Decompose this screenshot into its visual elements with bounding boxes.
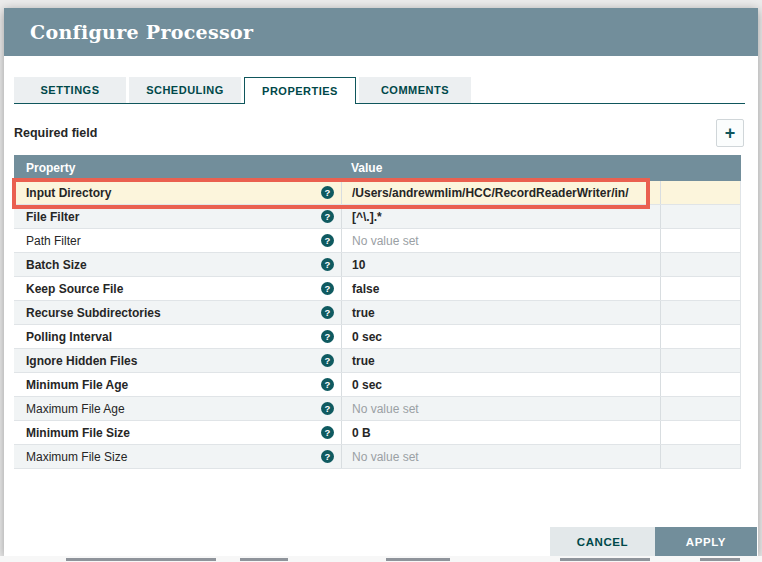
help-icon[interactable]: ? — [321, 234, 334, 247]
row-extra-cell — [660, 253, 741, 276]
property-value[interactable]: [^\.].* — [341, 205, 660, 228]
property-value[interactable]: true — [341, 349, 660, 372]
property-row: Ignore Hidden Files?true — [14, 349, 741, 373]
property-value[interactable]: false — [341, 277, 660, 300]
tab-bar: SETTINGSSCHEDULINGPROPERTIESCOMMENTS — [14, 77, 745, 104]
help-icon[interactable]: ? — [321, 282, 334, 295]
property-row: File Filter?[^\.].* — [14, 205, 741, 229]
property-name: Ignore Hidden Files — [26, 354, 137, 368]
property-name: Maximum File Size — [26, 450, 127, 464]
property-cell: Recurse Subdirectories? — [14, 301, 341, 324]
help-icon[interactable]: ? — [321, 330, 334, 343]
row-extra-cell — [660, 349, 741, 372]
property-row: Maximum File Size?No value set — [14, 445, 741, 469]
property-row: Recurse Subdirectories?true — [14, 301, 741, 325]
property-name: File Filter — [26, 210, 79, 224]
cancel-button[interactable]: CANCEL — [550, 527, 655, 556]
property-row: Batch Size?10 — [14, 253, 741, 277]
property-cell: Maximum File Age? — [14, 397, 341, 420]
help-icon[interactable]: ? — [321, 402, 334, 415]
row-extra-cell — [660, 397, 741, 420]
property-name: Maximum File Age — [26, 402, 125, 416]
table-body: Input Directory?/Users/andrewmlim/HCC/Re… — [14, 181, 741, 469]
property-name: Path Filter — [26, 234, 81, 248]
property-value[interactable]: No value set — [341, 229, 660, 252]
row-extra-cell — [660, 181, 741, 204]
tab-properties[interactable]: PROPERTIES — [244, 77, 356, 104]
property-row: Minimum File Size?0 B — [14, 421, 741, 445]
property-row: Maximum File Age?No value set — [14, 397, 741, 421]
table-header-row: Property Value — [14, 155, 741, 181]
help-icon[interactable]: ? — [321, 426, 334, 439]
dialog-header: Configure Processor — [4, 8, 758, 56]
row-extra-cell — [660, 277, 741, 300]
property-row: Input Directory?/Users/andrewmlim/HCC/Re… — [14, 181, 741, 205]
property-cell: Ignore Hidden Files? — [14, 349, 341, 372]
plus-icon: + — [725, 123, 736, 143]
property-cell: Keep Source File? — [14, 277, 341, 300]
property-name: Minimum File Age — [26, 378, 128, 392]
properties-toolbar: Required field + — [14, 119, 744, 147]
value-column-header: Value — [341, 161, 660, 175]
help-icon[interactable]: ? — [321, 354, 334, 367]
help-icon[interactable]: ? — [321, 450, 334, 463]
property-row: Minimum File Age?0 sec — [14, 373, 741, 397]
help-icon[interactable]: ? — [321, 306, 334, 319]
property-column-header: Property — [14, 161, 341, 175]
row-extra-cell — [660, 301, 741, 324]
property-value[interactable]: 0 sec — [341, 373, 660, 396]
tab-scheduling[interactable]: SCHEDULING — [129, 77, 241, 103]
property-name: Polling Interval — [26, 330, 112, 344]
property-name: Recurse Subdirectories — [26, 306, 161, 320]
configure-processor-dialog: Configure Processor SETTINGSSCHEDULINGPR… — [4, 8, 758, 556]
property-value[interactable]: No value set — [341, 445, 660, 468]
property-cell: Polling Interval? — [14, 325, 341, 348]
apply-button[interactable]: APPLY — [655, 527, 757, 556]
property-value[interactable]: 0 B — [341, 421, 660, 444]
row-extra-cell — [660, 421, 741, 444]
row-extra-cell — [660, 325, 741, 348]
row-extra-cell — [660, 205, 741, 228]
property-cell: Minimum File Age? — [14, 373, 341, 396]
property-row: Polling Interval?0 sec — [14, 325, 741, 349]
property-row: Keep Source File?false — [14, 277, 741, 301]
property-row: Path Filter?No value set — [14, 229, 741, 253]
help-icon[interactable]: ? — [321, 378, 334, 391]
property-cell: Input Directory? — [14, 181, 341, 204]
property-name: Batch Size — [26, 258, 87, 272]
property-name: Minimum File Size — [26, 426, 130, 440]
property-cell: File Filter? — [14, 205, 341, 228]
help-icon[interactable]: ? — [321, 258, 334, 271]
dialog-footer: CANCEL APPLY — [550, 527, 757, 556]
property-value[interactable]: 0 sec — [341, 325, 660, 348]
row-extra-cell — [660, 373, 741, 396]
property-name: Keep Source File — [26, 282, 123, 296]
property-cell: Path Filter? — [14, 229, 341, 252]
properties-table: Property Value Input Directory?/Users/an… — [14, 155, 741, 469]
row-extra-cell — [660, 229, 741, 252]
property-cell: Minimum File Size? — [14, 421, 341, 444]
property-value[interactable]: No value set — [341, 397, 660, 420]
property-value[interactable]: true — [341, 301, 660, 324]
property-value[interactable]: 10 — [341, 253, 660, 276]
tab-settings[interactable]: SETTINGS — [14, 77, 126, 103]
dialog-title: Configure Processor — [30, 21, 253, 43]
property-cell: Maximum File Size? — [14, 445, 341, 468]
help-icon[interactable]: ? — [321, 186, 334, 199]
required-field-label: Required field — [14, 126, 97, 140]
property-name: Input Directory — [26, 186, 111, 200]
background-page-strip — [0, 556, 762, 562]
property-cell: Batch Size? — [14, 253, 341, 276]
help-icon[interactable]: ? — [321, 210, 334, 223]
add-property-button[interactable]: + — [716, 119, 744, 147]
property-value[interactable]: /Users/andrewmlim/HCC/RecordReaderWriter… — [341, 181, 660, 204]
row-extra-cell — [660, 445, 741, 468]
tab-comments[interactable]: COMMENTS — [359, 77, 471, 103]
